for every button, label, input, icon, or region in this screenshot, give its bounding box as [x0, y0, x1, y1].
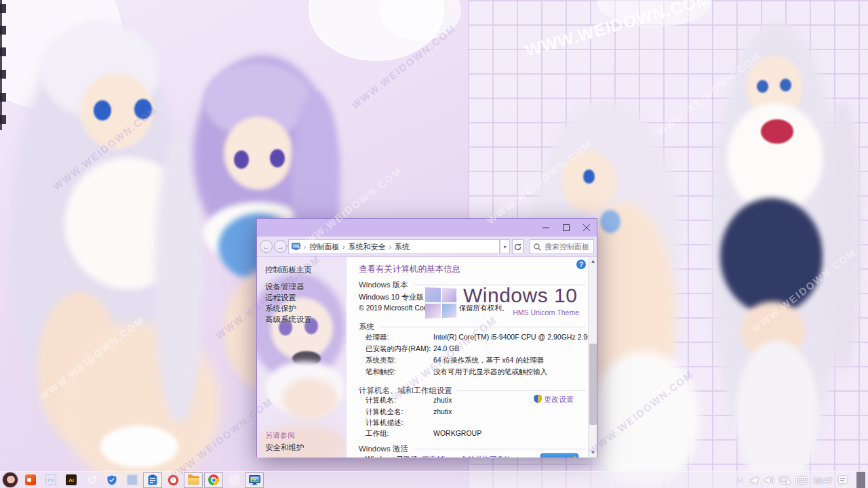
taskbar-item-red-browser[interactable]: [163, 472, 182, 488]
wp-blob: [100, 426, 178, 468]
sidebar-item-home[interactable]: 控制面板主页: [265, 265, 312, 275]
edge-glyph: [0, 93, 6, 102]
breadcrumb-arrow-icon: ›: [303, 243, 307, 251]
help-icon[interactable]: ?: [576, 260, 586, 269]
taskbar-item-ghost[interactable]: [224, 472, 243, 488]
minimize-button[interactable]: [536, 220, 556, 235]
taskbar-item-system-window[interactable]: [245, 472, 264, 488]
wp-blob: [590, 351, 700, 488]
window-toolbar: ← → ▾ › 控制面板 › 系统和安全 › 系统 ▾ 搜索控制面板: [257, 237, 597, 257]
wp-blob: [761, 119, 793, 144]
taskbar-item-telegram[interactable]: [82, 472, 101, 488]
sidebar-item-remote-settings[interactable]: 远程设置: [265, 293, 296, 303]
chrome-icon: [208, 474, 219, 485]
section-title: 计算机名、域和工作组设置: [359, 386, 452, 396]
change-product-key-button[interactable]: [540, 453, 578, 458]
show-desktop-button[interactable]: [856, 472, 865, 488]
wp-blob: [736, 340, 818, 488]
sidebar-item-security-maintenance[interactable]: 安全和维护: [265, 443, 304, 453]
wp-blob: [270, 149, 285, 167]
taskbar-item-defender[interactable]: [102, 472, 121, 488]
wp-blob: [780, 79, 791, 92]
breadcrumb-arrow-icon: ›: [342, 243, 345, 251]
photoshop-icon: Ps: [45, 474, 56, 485]
search-box[interactable]: 搜索控制面板: [530, 239, 594, 254]
section-system: 系统: [359, 322, 586, 332]
start-avatar-icon: [3, 472, 18, 487]
wp-blob: [600, 210, 620, 233]
taskbar-item-notes[interactable]: [143, 472, 162, 488]
breadcrumb-control-panel[interactable]: 控制面板: [309, 242, 339, 252]
address-dropdown-chevron[interactable]: ▾: [500, 239, 510, 254]
taskbar-item-chrome[interactable]: [204, 472, 223, 488]
windows-logo-anime-image: [425, 287, 456, 319]
content-scrollbar[interactable]: ▲ ▼: [588, 257, 597, 458]
theme-credit: HMS Unicorn Theme: [513, 308, 579, 317]
system-tray: 10:47: [736, 472, 865, 488]
sidebar-item-system-protection[interactable]: 系统保护: [265, 304, 296, 314]
wp-blob: [583, 169, 595, 184]
illustrator-icon: Ai: [66, 474, 77, 485]
blue-app-icon: [127, 474, 138, 485]
telegram-tray-icon[interactable]: [749, 476, 759, 485]
wp-blob: [720, 198, 823, 314]
folder-icon: [188, 476, 199, 485]
office-icon: [25, 474, 36, 485]
taskbar-clock[interactable]: 10:47: [813, 476, 832, 485]
taskbar-item-illustrator[interactable]: Ai: [62, 472, 81, 488]
wp-blob: [94, 100, 111, 121]
touch-keyboard-icon[interactable]: [796, 477, 807, 484]
ghost-app-icon: [229, 475, 239, 485]
sidebar-item-advanced-settings[interactable]: 高级系统设置: [265, 314, 312, 325]
row-value: 24.0 GB: [433, 344, 460, 352]
change-settings-link[interactable]: 更改设置: [534, 394, 574, 405]
license-terms-link[interactable]: 阅读 Microsoft 软件许可条款: [421, 455, 511, 458]
red-circle-icon: [168, 475, 178, 485]
section-title: 系统: [359, 322, 374, 332]
network-icon[interactable]: [780, 476, 790, 485]
taskbar-item-photoshop[interactable]: Ps: [41, 472, 60, 488]
action-center-icon[interactable]: [838, 476, 848, 485]
telegram-icon: [86, 475, 97, 485]
window-titlebar[interactable]: [257, 219, 597, 237]
sidebar-item-device-manager[interactable]: 设备管理器: [265, 282, 304, 292]
taskbar-item-file-explorer[interactable]: [184, 472, 203, 488]
address-bar[interactable]: › 控制面板 › 系统和安全 › 系统: [288, 239, 500, 254]
start-button[interactable]: [1, 472, 20, 488]
wp-blob: [757, 80, 768, 93]
close-button[interactable]: [576, 220, 597, 235]
taskbar-item-office[interactable]: [21, 472, 40, 488]
row-value: Intel(R) Core(TM) i5-9400F CPU @ 2.90GHz…: [433, 333, 597, 341]
back-button[interactable]: ←: [260, 240, 273, 253]
row-label: 计算机全名:: [366, 407, 403, 417]
row-label: 系统类型:: [366, 356, 396, 365]
edge-glyph: [0, 26, 6, 35]
scroll-down-icon[interactable]: ▼: [589, 448, 597, 458]
breadcrumb-system-security[interactable]: 系统和安全: [349, 242, 386, 252]
wallpaper-edge-strip: [0, 0, 2, 130]
scroll-up-icon[interactable]: ▲: [589, 257, 597, 266]
row-label: 已安装的内存(RAM):: [366, 344, 431, 354]
main-content: ? 查看有关计算机的基本信息 Windows 版本 Windows 10 专业版…: [347, 257, 597, 458]
wp-blob: [234, 150, 249, 169]
row-value: zhutix: [433, 396, 452, 404]
row-value: 64 位操作系统，基于 x64 的处理器: [433, 356, 544, 365]
wp-blob: [134, 99, 152, 119]
volume-icon[interactable]: [765, 476, 774, 484]
refresh-button[interactable]: [512, 239, 524, 254]
forward-button[interactable]: →: [274, 240, 287, 253]
maximize-button[interactable]: [556, 220, 576, 235]
uac-shield-icon: [534, 394, 542, 403]
sidebar: 控制面板主页 设备管理器 远程设置 系统保护 高级系统设置 另请参阅 安全和维护: [257, 257, 347, 458]
row-label: 计算机描述:: [366, 418, 403, 428]
row-label: 计算机名:: [366, 396, 396, 405]
breadcrumb-system[interactable]: 系统: [395, 242, 410, 252]
scrollbar-thumb[interactable]: [589, 344, 597, 425]
windows-10-logotext: Windows 10: [463, 284, 577, 307]
clipboard-icon: [148, 474, 157, 485]
taskbar-item-blue-app[interactable]: [123, 472, 142, 488]
see-also-label: 另请参阅: [265, 430, 295, 441]
hidden-icons-chevron-icon[interactable]: [736, 478, 743, 483]
section-windows-activation: Windows 激活: [359, 444, 586, 454]
row-value: 没有可用于此显示器的笔或触控输入: [433, 367, 547, 377]
